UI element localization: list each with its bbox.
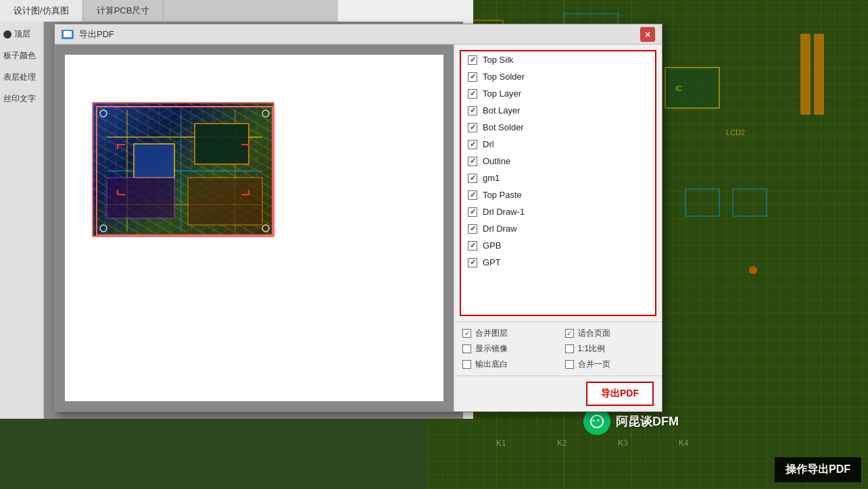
option-mirror[interactable]: 显示镜像 [462, 343, 552, 355]
checkbox-toppaste[interactable] [468, 190, 477, 200]
sidebar-item-surface[interactable]: 表层处理 [3, 72, 40, 83]
checkbox-merge-page[interactable] [565, 360, 574, 369]
checkbox-scale[interactable] [565, 344, 574, 353]
svg-point-45 [262, 110, 269, 117]
export-pdf-button[interactable]: 导出PDF [586, 382, 654, 406]
option-merge-layers[interactable]: 合并图层 [462, 328, 552, 339]
checkbox-fit-page[interactable] [565, 329, 574, 338]
option-mirror-label: 显示镜像 [475, 343, 508, 355]
layer-item-drl[interactable]: Drl [461, 136, 655, 153]
dialog-close-button[interactable]: × [640, 27, 655, 42]
svg-rect-42 [107, 178, 174, 218]
layer-drl-label: Drl [483, 139, 494, 149]
layer-item-drldraw[interactable]: Drl Draw [461, 220, 655, 237]
dialog-content: Top Silk Top Solder Top Layer Bot Layer [55, 45, 662, 411]
dialog-box: 导出PDF × [54, 24, 662, 412]
tab-bar: 设计图/仿真图 计算PCB尺寸 [0, 0, 338, 22]
layer-item-gpb[interactable]: GPB [461, 237, 655, 254]
layer-item-gpt[interactable]: GPT [461, 254, 655, 271]
layer-gpt-label: GPT [483, 257, 501, 267]
checkbox-drldraw[interactable] [468, 224, 477, 234]
layer-item-botsolder[interactable]: Bot Solder [461, 119, 655, 136]
checkbox-topsolder[interactable] [468, 72, 477, 82]
checkbox-gpb[interactable] [468, 241, 477, 251]
checkbox-drldraw1[interactable] [468, 207, 477, 217]
svg-rect-19 [665, 68, 719, 108]
option-white-bg-label: 输出底白 [475, 359, 508, 370]
tab-design-label: 设计图/仿真图 [14, 5, 69, 17]
sidebar-silktext-label: 丝印文字 [3, 93, 36, 105]
option-scale[interactable]: 1:1比例 [565, 343, 654, 355]
export-btn-area: 导出PDF [454, 376, 662, 411]
svg-point-17 [749, 266, 757, 274]
sidebar-item-boardcolor[interactable]: 板子颜色 [3, 50, 40, 61]
layer-drldraw-label: Drl Draw [483, 224, 517, 234]
checkbox-mirror[interactable] [462, 344, 471, 353]
layer-topsilk-label: Top Silk [483, 55, 514, 65]
sidebar-surface-label: 表层处理 [3, 72, 36, 83]
checkbox-gpt[interactable] [468, 258, 477, 267]
dialog-preview-inner [65, 55, 443, 401]
svg-text:K4: K4 [679, 438, 689, 448]
option-merge-page-label: 合并一页 [578, 359, 610, 370]
checkbox-outline[interactable] [468, 157, 477, 166]
options-grid: 合并图层 适合页面 显示镜像 1:1比例 [462, 328, 654, 370]
bottom-label-text: 操作导出PDF [786, 463, 850, 475]
layer-toppaste-label: Top Paste [483, 190, 522, 200]
layer-item-gm1[interactable]: gm1 [461, 170, 655, 186]
dialog-right-panel: Top Silk Top Solder Top Layer Bot Layer [454, 45, 662, 411]
corner-mark-tl [117, 144, 125, 149]
dialog-icon-inner [64, 31, 72, 37]
layer-item-toplayer[interactable]: Top Layer [461, 85, 655, 102]
dialog-overlay: 导出PDF × [54, 24, 662, 412]
svg-rect-40 [134, 144, 174, 178]
checkbox-topsilk[interactable] [468, 55, 477, 65]
layer-item-topsolder[interactable]: Top Solder [461, 68, 655, 85]
dialog-pcb-preview [92, 102, 274, 237]
svg-text:K3: K3 [618, 438, 628, 448]
sidebar-boardcolor-label: 板子颜色 [3, 50, 36, 61]
checkbox-merge-layers[interactable] [462, 329, 471, 338]
layer-list[interactable]: Top Silk Top Solder Top Layer Bot Layer [460, 50, 656, 316]
svg-rect-41 [195, 124, 249, 164]
wechat-icon [583, 408, 610, 435]
option-white-bg[interactable]: 输出底白 [462, 359, 552, 370]
radio-toplayer[interactable] [3, 30, 11, 38]
svg-point-47 [262, 225, 269, 232]
layer-botlayer-label: Bot Layer [483, 105, 521, 115]
checkbox-gm1[interactable] [468, 174, 477, 183]
layer-toplayer-label: Top Layer [483, 88, 521, 99]
layer-item-botlayer[interactable]: Bot Layer [461, 102, 655, 119]
layer-item-drldraw1[interactable]: Drl Draw-1 [461, 203, 655, 220]
option-fit-page[interactable]: 适合页面 [565, 328, 654, 339]
dialog-pdf-icon [62, 30, 74, 39]
option-merge-layers-label: 合并图层 [475, 328, 508, 339]
svg-text:K2: K2 [557, 438, 567, 448]
option-merge-page[interactable]: 合并一页 [565, 359, 654, 370]
checkbox-drl[interactable] [468, 140, 477, 149]
layer-item-toppaste[interactable]: Top Paste [461, 186, 655, 203]
wechat-area: 阿昆谈DFM [583, 408, 679, 435]
corner-mark-tr [241, 144, 249, 149]
corner-mark-bl [117, 190, 125, 195]
layer-item-outline[interactable]: Outline [461, 153, 655, 170]
svg-point-46 [100, 225, 107, 232]
checkbox-white-bg[interactable] [462, 360, 471, 369]
svg-rect-22 [814, 34, 824, 115]
dialog-options: 合并图层 适合页面 显示镜像 1:1比例 [454, 321, 662, 376]
sidebar-item-silktext[interactable]: 丝印文字 [3, 93, 40, 105]
dialog-title-left: 导出PDF [62, 28, 114, 41]
layer-item-topsilk[interactable]: Top Silk [461, 51, 655, 68]
checkbox-botsolder[interactable] [468, 123, 477, 132]
tab-pcb-size-label: 计算PCB尺寸 [97, 5, 150, 17]
layer-gm1-label: gm1 [483, 173, 500, 183]
tab-design[interactable]: 设计图/仿真图 [0, 0, 83, 22]
tab-pcb-size[interactable]: 计算PCB尺寸 [83, 0, 164, 22]
sidebar-item-toplayer[interactable]: 顶层 [3, 28, 40, 40]
svg-rect-43 [188, 178, 262, 225]
checkbox-toplayer[interactable] [468, 89, 477, 99]
checkbox-botlayer[interactable] [468, 106, 477, 115]
layer-gpb-label: GPB [483, 240, 501, 251]
svg-text:IC: IC [675, 85, 682, 93]
layer-outline-label: Outline [483, 156, 510, 166]
